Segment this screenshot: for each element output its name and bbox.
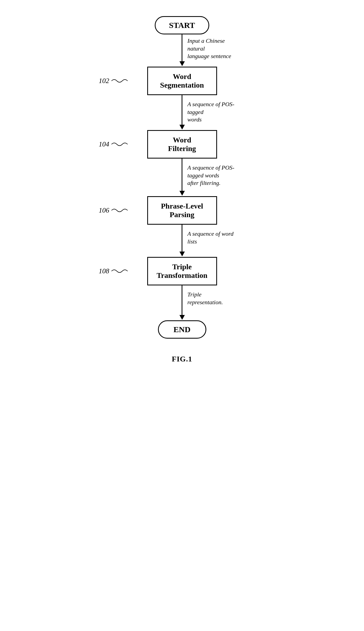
squiggle-102 bbox=[111, 78, 128, 84]
diagram-container: START Input a Chinese natural language s… bbox=[0, 0, 364, 591]
arrow-label-1: Input a Chinese natural language sentenc… bbox=[188, 37, 236, 60]
fig-label: FIG.1 bbox=[172, 355, 192, 363]
word-seg-node: Word Segmentation bbox=[147, 67, 217, 95]
arrow-line-2 bbox=[182, 95, 182, 125]
ref-108: 108 bbox=[99, 267, 109, 275]
arrow-start-to-wordseg: Input a Chinese natural language sentenc… bbox=[128, 34, 236, 67]
ref-108-container: 108 bbox=[99, 267, 128, 275]
arrow-head-2 bbox=[179, 125, 185, 130]
arrow-line-4 bbox=[182, 225, 182, 252]
start-node: START bbox=[155, 16, 209, 34]
ref-102: 102 bbox=[99, 77, 109, 85]
arrow-phraseparse-to-triple: A sequence of word lists bbox=[128, 225, 236, 257]
phrase-parse-node: Phrase-Level Parsing bbox=[147, 196, 217, 225]
triple-transform-node: Triple Transformation bbox=[147, 257, 217, 285]
end-node: END bbox=[158, 320, 206, 339]
arrow-head-5 bbox=[179, 315, 185, 320]
squiggle-108 bbox=[111, 268, 128, 274]
arrow-label-4: A sequence of word lists bbox=[188, 230, 236, 245]
arrow-head-1 bbox=[179, 61, 185, 66]
squiggle-106 bbox=[111, 208, 128, 213]
flowchart: START Input a Chinese natural language s… bbox=[102, 16, 263, 339]
word-filter-node-row: 104 Word Filtering bbox=[147, 130, 217, 159]
arrow-line-1 bbox=[182, 34, 182, 61]
arrow-triple-to-end: Triple representation. bbox=[128, 285, 236, 320]
arrow-label-3: A sequence of POS-tagged words after fil… bbox=[188, 164, 236, 187]
arrow-label-2: A sequence of POS-tagged words bbox=[188, 101, 236, 124]
arrow-line-5 bbox=[182, 285, 182, 315]
arrow-line-3 bbox=[182, 159, 182, 191]
arrow-wordfilter-to-phraseparse: A sequence of POS-tagged words after fil… bbox=[128, 159, 236, 196]
squiggle-104 bbox=[111, 142, 128, 147]
arrow-label-5: Triple representation. bbox=[188, 291, 236, 306]
word-seg-node-row: 102 Word Segmentation bbox=[147, 67, 217, 95]
triple-transform-node-row: 108 Triple Transformation bbox=[147, 257, 217, 285]
arrow-head-3 bbox=[179, 191, 185, 196]
ref-104: 104 bbox=[99, 140, 109, 148]
word-filter-node: Word Filtering bbox=[147, 130, 217, 159]
arrow-wordseg-to-wordfilter: A sequence of POS-tagged words bbox=[128, 95, 236, 130]
start-node-row: START bbox=[155, 16, 209, 34]
phrase-parse-node-row: 106 Phrase-Level Parsing bbox=[147, 196, 217, 225]
arrow-head-4 bbox=[179, 252, 185, 256]
ref-102-container: 102 bbox=[99, 77, 128, 85]
ref-104-container: 104 bbox=[99, 140, 128, 148]
ref-106: 106 bbox=[99, 206, 109, 214]
ref-106-container: 106 bbox=[99, 206, 128, 214]
end-node-row: END bbox=[158, 320, 206, 339]
